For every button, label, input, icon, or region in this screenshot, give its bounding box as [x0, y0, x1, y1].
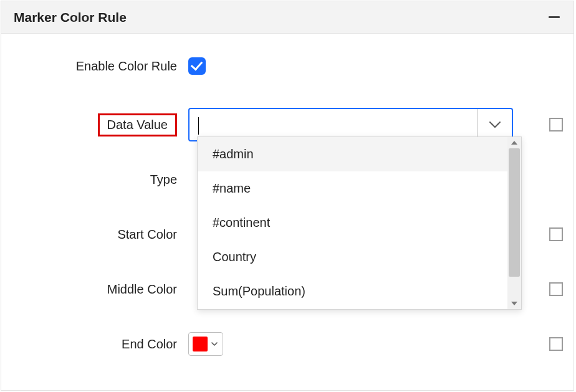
start-color-expression-checkbox[interactable]	[549, 227, 563, 241]
dropdown-item[interactable]: #continent	[198, 206, 507, 240]
panel-header: Marker Color Rule	[1, 1, 574, 34]
data-value-dropdown-list: #admin #name #continent Country Sum(Popu…	[197, 136, 522, 310]
label-end-color: End Color	[1, 337, 188, 351]
triangle-down-icon	[511, 302, 517, 305]
end-color-swatch	[193, 337, 208, 351]
row-end-color: End Color	[1, 325, 574, 363]
marker-color-rule-panel: Marker Color Rule Enable Color Rule Data…	[1, 1, 574, 391]
end-color-expression-checkbox[interactable]	[549, 337, 563, 351]
chevron-down-icon	[211, 342, 218, 347]
panel-body: Enable Color Rule Data Value	[1, 34, 574, 363]
dropdown-item[interactable]: #admin	[198, 137, 507, 171]
label-enable-color-rule: Enable Color Rule	[1, 59, 188, 74]
collapse-button[interactable]	[546, 9, 562, 26]
triangle-up-icon	[511, 141, 517, 145]
data-value-input[interactable]	[190, 109, 477, 140]
scroll-up-button[interactable]	[507, 137, 521, 148]
data-value-dropdown-toggle[interactable]	[477, 109, 512, 140]
dropdown-scrollbar[interactable]	[507, 137, 521, 309]
text-caret	[198, 117, 199, 135]
minus-icon	[549, 16, 560, 18]
scrollbar-thumb[interactable]	[509, 148, 520, 277]
enable-color-rule-checkbox[interactable]	[188, 57, 206, 75]
chevron-down-icon	[489, 118, 501, 132]
label-type: Type	[1, 173, 188, 187]
label-middle-color: Middle Color	[1, 282, 188, 297]
middle-color-expression-checkbox[interactable]	[549, 282, 563, 296]
end-color-picker[interactable]	[188, 332, 223, 356]
label-data-value: Data Value	[98, 113, 177, 136]
panel-title: Marker Color Rule	[14, 10, 127, 25]
label-start-color: Start Color	[1, 227, 188, 242]
dropdown-item[interactable]: #name	[198, 171, 507, 206]
dropdown-item[interactable]: Sum(Population)	[198, 274, 507, 308]
row-enable-color-rule: Enable Color Rule	[1, 51, 574, 81]
scroll-down-button[interactable]	[507, 298, 521, 309]
dropdown-items-container: #admin #name #continent Country Sum(Popu…	[198, 137, 507, 309]
data-value-expression-checkbox[interactable]	[549, 118, 563, 131]
dropdown-item[interactable]: Country	[198, 240, 507, 274]
